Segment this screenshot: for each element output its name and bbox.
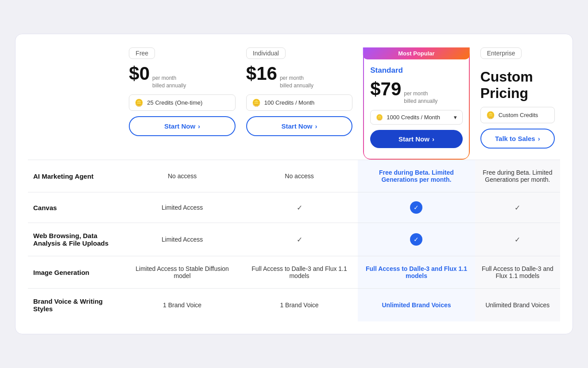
feature-individual-value: 1 Brand Voice [241,289,358,321]
feature-free-value: 1 Brand Voice [124,289,240,321]
free-plan-col: Free $0 per month billed annually 🪙 25 C… [124,47,240,160]
standard-price-details: per month billed annually [404,90,437,105]
most-popular-badge: Most Popular [363,47,469,59]
pricing-container: Free $0 per month billed annually 🪙 25 C… [15,34,573,335]
feature-enterprise-value: ✓ [475,192,560,223]
feature-name-cell: AI Marketing Agent [28,160,124,192]
free-credits-badge: 🪙 25 Credits (One-time) [129,94,235,111]
standard-inner: Standard $79 per month billed annually 🪙 [364,48,468,159]
free-price-details: per month billed annually [152,74,186,90]
pricing-table: Free $0 per month billed annually 🪙 25 C… [28,47,560,322]
feature-name-cell: Canvas [28,192,124,223]
individual-credits-badge: 🪙 100 Credits / Month [246,94,352,111]
feature-standard-text-blue: Unlimited Brand Voices [382,301,451,309]
feature-name-cell: Image Generation [28,256,124,289]
standard-card-wrapper: Most Popular Standard $79 per month bill… [363,47,469,160]
feature-free-value: Limited Access [124,192,240,223]
feature-individual-value: No access [241,160,358,192]
standard-plan-col: Most Popular Standard $79 per month bill… [358,47,475,160]
feature-standard-value: Unlimited Brand Voices [358,289,475,321]
feature-col-header [28,47,124,160]
check-icon-enterprise: ✓ [514,236,520,243]
individual-price-block: $16 per month billed annually [246,64,352,90]
check-icon: ✓ [297,236,302,243]
feature-row: Brand Voice & Writing Styles1 Brand Voic… [28,289,560,321]
coin-icon-standard: 🪙 [376,114,383,121]
feature-name: Image Generation [33,269,89,276]
enterprise-plan-label: Enterprise [480,47,522,59]
feature-standard-value: ✓ [358,192,475,223]
feature-free-value: Limited Access to Stable Diffusion model [124,256,240,289]
feature-individual-value: ✓ [241,192,358,223]
enterprise-credits-text: Custom Credits [499,112,538,118]
feature-name: Brand Voice & Writing Styles [33,298,103,313]
feature-standard-text-blue: Full Access to Dalle-3 and Flux 1.1 mode… [366,265,467,279]
individual-start-button[interactable]: Start Now › [246,116,352,136]
individual-price-amount: $16 [246,64,277,83]
feature-enterprise-value: ✓ [475,223,560,256]
feature-name-cell: Web Browsing, Data Analysis & File Uploa… [28,223,124,256]
feature-free-value: No access [124,160,240,192]
free-credits-text: 25 Credits (One-time) [147,99,202,106]
individual-credits-text: 100 Credits / Month [264,99,314,106]
dropdown-arrow-icon: ▾ [454,114,457,121]
plan-header-row: Free $0 per month billed annually 🪙 25 C… [28,47,560,160]
enterprise-talk-sales-button[interactable]: Talk to Sales › [480,129,555,149]
feature-enterprise-value: Full Access to Dalle-3 and Flux 1.1 mode… [475,256,560,289]
feature-enterprise-value: Free during Beta. Limited Generations pe… [475,160,560,192]
individual-plan-label: Individual [246,47,286,59]
free-price-block: $0 per month billed annually [129,64,235,90]
feature-row: Image GenerationLimited Access to Stable… [28,256,560,289]
feature-standard-text-blue: Free during Beta. Limited Generations pe… [379,169,454,183]
individual-price-details: per month billed annually [280,74,313,90]
feature-name: AI Marketing Agent [33,172,93,180]
coin-icon-enterprise: 🪙 [486,111,495,119]
feature-row: AI Marketing AgentNo accessNo accessFree… [28,160,560,192]
standard-credits-text: 1000 Credits / Month [387,114,440,121]
coin-icon-individual: 🪙 [252,98,261,107]
standard-price-amount: $79 [370,78,401,100]
feature-name-cell: Brand Voice & Writing Styles [28,289,124,321]
enterprise-plan-col: Enterprise Custom Pricing 🪙 Custom Credi… [475,47,560,160]
feature-free-value: Limited Access [124,223,240,256]
free-start-button[interactable]: Start Now › [129,116,235,136]
feature-enterprise-value: Unlimited Brand Voices [475,289,560,321]
individual-plan-col: Individual $16 per month billed annually… [241,47,358,160]
check-icon: ✓ [297,204,302,211]
standard-plan-label: Standard [370,66,462,75]
coin-icon-free: 🪙 [135,98,143,107]
check-icon-enterprise: ✓ [514,204,520,211]
standard-start-button[interactable]: Start Now › [370,130,462,148]
feature-standard-value: ✓ [358,223,475,256]
feature-standard-value: Free during Beta. Limited Generations pe… [358,160,475,192]
feature-name: Web Browsing, Data Analysis & File Uploa… [33,232,108,247]
feature-individual-value: Full Access to Dalle-3 and Flux 1.1 mode… [241,256,358,289]
feature-row: CanvasLimited Access✓✓✓ [28,192,560,223]
free-plan-label: Free [129,47,155,59]
feature-row: Web Browsing, Data Analysis & File Uploa… [28,223,560,256]
free-price-amount: $0 [129,64,150,83]
enterprise-custom-pricing: Custom Pricing [480,69,555,102]
feature-name: Canvas [33,204,57,211]
enterprise-credits-badge: 🪙 Custom Credits [480,107,555,123]
feature-standard-value: Full Access to Dalle-3 and Flux 1.1 mode… [358,256,475,289]
standard-credits-dropdown[interactable]: 🪙 1000 Credits / Month ▾ [370,110,462,125]
check-icon-blue-filled: ✓ [410,201,422,214]
standard-price-block: $79 per month billed annually [370,78,462,105]
feature-individual-value: ✓ [241,223,358,256]
check-icon-blue-filled: ✓ [410,233,422,246]
